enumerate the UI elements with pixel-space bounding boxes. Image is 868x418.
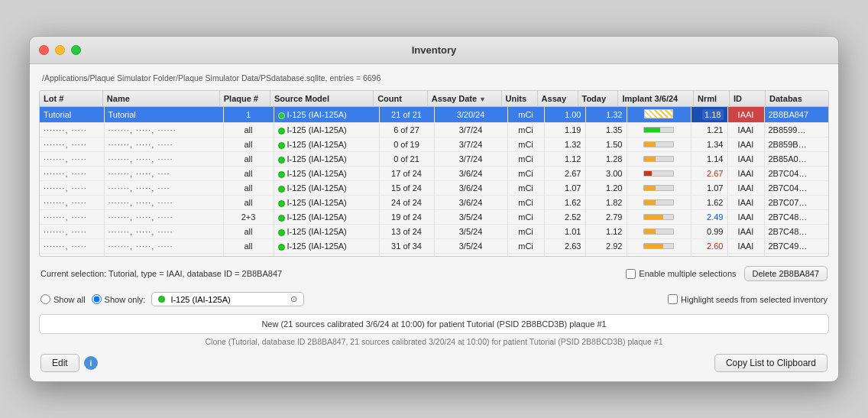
table-row[interactable]: ·······, ····· ·······, ·····, ····· all… bbox=[40, 239, 828, 254]
cell-databas: 2B7C07… bbox=[764, 196, 828, 210]
col-header-today[interactable]: Today bbox=[578, 91, 618, 107]
cell-assay-val: 1.00 bbox=[544, 107, 585, 123]
col-header-plaque[interactable]: Plaque # bbox=[219, 91, 270, 107]
nrml-value: 2.67 bbox=[707, 169, 723, 178]
col-header-name[interactable]: Name bbox=[102, 91, 219, 107]
source-dot-icon bbox=[278, 171, 285, 178]
cell-lot: ·······, ····· bbox=[40, 152, 104, 167]
show-all-label[interactable]: Show all bbox=[40, 294, 86, 304]
cell-name: ·······, ·····, ····· bbox=[104, 254, 223, 257]
col-header-count[interactable]: Count bbox=[374, 91, 428, 107]
cell-source: I-125 (IAI-125A) bbox=[274, 225, 379, 239]
cell-databas: 2B7C48… bbox=[764, 225, 828, 239]
table-header-row: Lot # Name Plaque # Source Model Count A… bbox=[40, 91, 828, 107]
highlight-seeds-checkbox[interactable] bbox=[668, 294, 678, 304]
table-row[interactable]: ·······, ····· ·······, ·····, ······ al… bbox=[40, 123, 828, 138]
table-row[interactable]: ·······, ····· ·······, ·····, ···· all … bbox=[40, 167, 828, 181]
dropdown-arrow-icon: ⊙ bbox=[290, 294, 297, 304]
source-model-dropdown[interactable]: I-125 (IAI-125A) ⊙ bbox=[151, 292, 304, 306]
info-button[interactable]: i bbox=[84, 356, 98, 370]
cell-today: 1.12 bbox=[585, 225, 627, 239]
cell-plaque: 2+3 bbox=[223, 210, 274, 225]
cell-nrml: 1.21 bbox=[691, 123, 727, 138]
status-bar: Current selection: Tutorial, type = IAAI… bbox=[39, 263, 829, 284]
cell-lot: ·······, ····· bbox=[40, 123, 104, 138]
show-only-radio[interactable] bbox=[92, 294, 102, 304]
cell-id: IAAI bbox=[727, 167, 764, 181]
col-header-units[interactable]: Units bbox=[501, 91, 537, 107]
show-all-radio[interactable] bbox=[40, 294, 50, 304]
table-row[interactable]: ·······, ····· ·······, ·····, ···· all … bbox=[40, 181, 828, 196]
source-dot-icon bbox=[278, 200, 285, 207]
enable-multiple-label[interactable]: Enable multiple selections bbox=[626, 269, 736, 279]
cell-lot: ·······, ····· bbox=[40, 167, 104, 181]
cell-units: mCi bbox=[507, 225, 544, 239]
edit-button[interactable]: Edit bbox=[40, 354, 79, 372]
table-row[interactable]: ·······, ····· ·······, ·····, ····· all… bbox=[40, 225, 828, 239]
table-row[interactable]: Tutorial Tutorial 1 I-125 (IAI-125A) 21 … bbox=[40, 107, 828, 123]
table-row[interactable]: ·······, ····· ·······, ·····, ····· all… bbox=[40, 138, 828, 152]
cell-databas: 2B7C04… bbox=[764, 167, 828, 181]
cell-units: mCi bbox=[507, 196, 544, 210]
source-dot-icon bbox=[278, 142, 285, 149]
window-title: Inventory bbox=[412, 44, 457, 56]
col-header-lot[interactable]: Lot # bbox=[40, 91, 102, 107]
cell-id: IAAI bbox=[727, 210, 764, 225]
cell-count: 17 of 24 bbox=[379, 167, 434, 181]
info-box: New (21 sources calibrated 3/6/24 at 10:… bbox=[39, 314, 829, 334]
col-header-assay-val[interactable]: Assay bbox=[537, 91, 578, 107]
cell-assay-val: 0.88 bbox=[544, 254, 585, 257]
col-header-implant[interactable]: Implant 3/6/24 bbox=[618, 91, 694, 107]
implant-bar bbox=[643, 228, 674, 235]
table-scroll-area[interactable]: Tutorial Tutorial 1 I-125 (IAI-125A) 21 … bbox=[40, 107, 828, 256]
minimize-button[interactable] bbox=[55, 45, 65, 55]
cell-source: I-125 (IAI-125A) bbox=[274, 239, 379, 254]
col-header-assay-date[interactable]: Assay Date ▼ bbox=[427, 91, 501, 107]
sort-arrow-icon: ▼ bbox=[479, 96, 486, 103]
cell-assay-val: 1.01 bbox=[544, 225, 585, 239]
cell-units: mCi bbox=[507, 123, 544, 138]
cell-lot: ·······, ····· bbox=[40, 210, 104, 225]
cell-source: I-125 (IAI-125A) bbox=[274, 196, 379, 210]
cell-nrml: 2.49 bbox=[691, 210, 727, 225]
col-header-id[interactable]: ID bbox=[730, 91, 766, 107]
table-row[interactable]: ·······, ····· ·······, ·····, ····· all… bbox=[40, 196, 828, 210]
show-all-text: Show all bbox=[53, 295, 86, 304]
col-header-databas[interactable]: Databas bbox=[766, 91, 828, 107]
source-dot-icon bbox=[278, 157, 285, 164]
nrml-value: 2.60 bbox=[707, 241, 723, 251]
cell-id: IAAI bbox=[727, 254, 764, 257]
enable-multiple-checkbox[interactable] bbox=[626, 269, 636, 279]
show-only-label[interactable]: Show only: bbox=[92, 294, 146, 304]
cell-databas: 2B7C4A… bbox=[764, 254, 828, 257]
cell-assay-date: 3/6/24 bbox=[434, 196, 507, 210]
close-button[interactable] bbox=[39, 45, 49, 55]
cell-implant bbox=[627, 138, 691, 152]
cell-databas: 2B7C49… bbox=[764, 239, 828, 254]
cell-source: I-125 (IAI-125A) bbox=[274, 107, 379, 123]
maximize-button[interactable] bbox=[71, 45, 81, 55]
implant-bar bbox=[643, 243, 674, 249]
highlight-seeds-label[interactable]: Highlight seeds from selected inventory bbox=[668, 294, 828, 304]
cell-count: 19 of 24 bbox=[379, 210, 434, 225]
table-row[interactable]: ·······, ····· ·······, ·····, ····· all… bbox=[40, 254, 828, 257]
cell-units: mCi bbox=[507, 152, 544, 167]
col-header-source[interactable]: Source Model bbox=[270, 91, 373, 107]
col-header-nrml[interactable]: Nrml bbox=[693, 91, 729, 107]
cell-assay-val: 2.52 bbox=[544, 210, 585, 225]
implant-bar bbox=[643, 127, 674, 133]
cell-plaque: all bbox=[223, 239, 274, 254]
cell-nrml: 1.62 bbox=[691, 196, 727, 210]
cell-databas: 2B8BA847 bbox=[764, 107, 828, 123]
cell-units: mCi bbox=[507, 239, 544, 254]
table-row[interactable]: ·······, ····· ·······, ·····, ····· 2+3… bbox=[40, 210, 828, 225]
table-row[interactable]: ·······, ····· ·······, ·····, ····· all… bbox=[40, 152, 828, 167]
delete-button[interactable]: Delete 2B8BA847 bbox=[744, 266, 828, 281]
cell-source: I-125 (IAI-125A) bbox=[274, 167, 379, 181]
cell-count: 6 of 27 bbox=[379, 123, 434, 138]
cell-today: 2.79 bbox=[585, 210, 627, 225]
implant-striped-cell bbox=[644, 109, 673, 118]
cell-assay-date: 3/7/24 bbox=[434, 123, 507, 138]
copy-clipboard-button[interactable]: Copy List to Clipboard bbox=[714, 354, 828, 372]
bottom-left: Edit i bbox=[40, 354, 98, 372]
